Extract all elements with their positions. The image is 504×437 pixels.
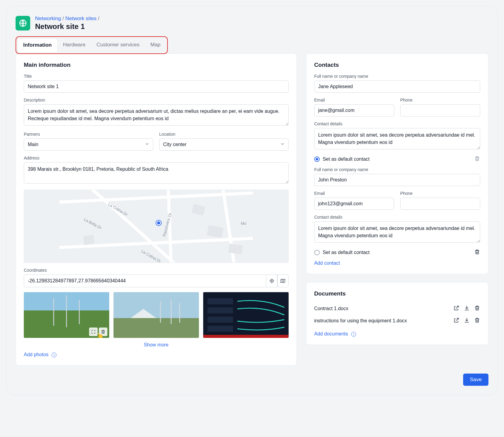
download-icon[interactable] [464, 317, 470, 324]
breadcrumb: Networking / Network sites / [35, 16, 99, 22]
title-input[interactable] [24, 81, 289, 93]
trash-icon[interactable] [474, 249, 480, 256]
location-select[interactable] [159, 138, 289, 151]
coordinates-label: Coordinates [24, 268, 289, 273]
photo-thumbnail[interactable] [113, 292, 199, 338]
contact-name-input[interactable] [314, 174, 480, 186]
info-icon[interactable]: i [52, 353, 56, 357]
contact-details-label: Contact details [314, 121, 480, 126]
map-button[interactable] [277, 274, 289, 287]
tab-hardware[interactable]: Hardware [58, 38, 91, 52]
location-label: Location [159, 132, 289, 137]
contacts-card: Contacts Full name or company name Email… [306, 53, 488, 274]
show-more-link[interactable]: Show more [144, 342, 168, 347]
tab-customer-services[interactable]: Customer services [91, 38, 145, 52]
download-icon[interactable] [464, 305, 470, 312]
external-link-icon[interactable] [453, 305, 459, 312]
breadcrumb-section[interactable]: Network sites [65, 16, 96, 21]
contact-name-label: Full name or company name [314, 74, 480, 79]
contact-email-label: Email [314, 98, 394, 102]
document-row: instructions for using the equipment 1.d… [314, 315, 480, 327]
contact-phone-input[interactable] [400, 104, 480, 116]
document-name: Contract 1.docx [314, 306, 348, 311]
map-preview[interactable]: La Bella Dr La Colina Dr La Colina Dr Ra… [24, 190, 289, 263]
contact-details-textarea[interactable] [314, 128, 480, 149]
contact-email-label: Email [314, 191, 394, 196]
photo-thumbnail[interactable] [203, 292, 289, 338]
trash-icon[interactable] [474, 317, 480, 324]
tab-map[interactable]: Map [145, 38, 166, 52]
svg-text:Mo: Mo [241, 221, 246, 226]
svg-point-12 [271, 281, 272, 281]
svg-rect-20 [113, 318, 199, 338]
tabs-highlight-box: Information Hardware Customer services M… [16, 36, 168, 54]
title-label: Title [24, 74, 289, 79]
coordinates-input[interactable] [24, 274, 266, 287]
add-documents-link[interactable]: Add documents [314, 331, 348, 336]
svg-rect-27 [207, 317, 233, 323]
partners-label: Partners [24, 132, 153, 137]
svg-rect-5 [228, 244, 243, 255]
contacts-heading: Contacts [314, 62, 480, 68]
trash-icon[interactable] [474, 156, 480, 163]
address-label: Address [24, 156, 289, 160]
svg-rect-28 [207, 326, 233, 332]
svg-rect-25 [207, 298, 233, 304]
contact-email-input[interactable] [314, 198, 394, 210]
documents-card: Documents Contract 1.docx instructions f… [306, 282, 488, 345]
default-contact-label: Set as default contact [323, 250, 370, 255]
trash-icon[interactable] [99, 328, 107, 336]
description-label: Description [24, 98, 289, 102]
document-row: Contract 1.docx [314, 303, 480, 315]
description-textarea[interactable] [24, 104, 289, 126]
trash-icon[interactable] [474, 305, 480, 312]
contact-phone-label: Phone [400, 191, 480, 196]
photo-thumbnail[interactable]: 👆 [24, 292, 109, 338]
contact-details-textarea[interactable] [314, 221, 480, 243]
contact-details-label: Contact details [314, 215, 480, 220]
tab-information[interactable]: Information [17, 38, 58, 52]
partners-select[interactable] [24, 138, 153, 151]
contact-name-label: Full name or company name [314, 167, 480, 172]
main-information-card: Main information Title Description Partn… [16, 53, 297, 366]
app-icon [16, 16, 30, 30]
documents-heading: Documents [314, 290, 480, 297]
svg-rect-26 [207, 307, 233, 313]
default-contact-label: Set as default contact [323, 156, 370, 162]
svg-rect-18 [113, 292, 199, 318]
save-button[interactable]: Save [463, 374, 488, 386]
info-icon[interactable]: i [351, 332, 356, 337]
svg-rect-29 [203, 335, 289, 338]
external-link-icon[interactable] [453, 317, 459, 324]
default-contact-radio[interactable] [314, 156, 320, 162]
locate-button[interactable] [266, 274, 277, 287]
contact-phone-input[interactable] [400, 198, 480, 210]
main-heading: Main information [24, 62, 289, 68]
document-name: instructions for using the equipment 1.d… [314, 318, 407, 324]
contact-email-input[interactable] [314, 104, 394, 116]
add-photos-link[interactable]: Add photos [24, 352, 49, 357]
map-pin-icon [156, 220, 161, 225]
svg-rect-4 [83, 235, 95, 245]
breadcrumb-root[interactable]: Networking [35, 16, 61, 21]
address-textarea[interactable] [24, 162, 289, 184]
contact-name-input[interactable] [314, 81, 480, 93]
contact-phone-label: Phone [400, 98, 480, 102]
expand-icon[interactable] [89, 328, 98, 336]
default-contact-radio[interactable] [314, 250, 320, 255]
add-contact-link[interactable]: Add contact [314, 260, 340, 266]
page-title: Network site 1 [35, 22, 99, 31]
